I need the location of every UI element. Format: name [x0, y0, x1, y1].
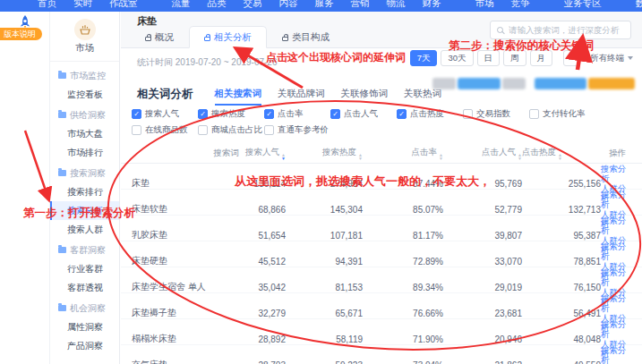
section-tab[interactable]: 相关搜索词 — [215, 88, 262, 106]
navbar-item[interactable]: 内容 — [279, 0, 298, 10]
keyword-cell: 榻榻米床垫 — [132, 333, 239, 345]
metric-checkbox[interactable]: 商城点击占比 — [198, 124, 264, 136]
sidebar-item[interactable]: 市场大盘 — [50, 124, 119, 143]
navbar-item[interactable]: 营销 — [351, 0, 370, 10]
sidebar-item[interactable]: 搜索洞察 — [50, 164, 119, 182]
sidebar-item[interactable]: 机会洞察 — [50, 299, 119, 317]
keyword-cell: 床垫硬垫 — [132, 255, 239, 267]
sidebar-item[interactable]: 客群洞察 — [50, 241, 119, 259]
search-heat-cell: 81,153 — [286, 283, 363, 292]
search-analysis-link[interactable]: 搜索分析 — [601, 164, 633, 183]
search-popularity-cell: 28,703 — [239, 360, 286, 364]
metric-checkbox[interactable]: 支付转化率 — [529, 108, 595, 120]
lock-icon — [282, 37, 288, 41]
range-button[interactable]: 日 — [477, 50, 501, 66]
navbar-item-label: 实时 — [73, 0, 92, 8]
sidebar-item-label: 市场监控 — [70, 71, 106, 80]
search-popularity-cell: 32,279 — [239, 309, 286, 318]
click-popularity-cell: 33,070 — [443, 257, 522, 267]
navbar-item[interactable]: 作战室 — [109, 0, 138, 10]
metric-checkbox[interactable]: 点击率 — [264, 108, 330, 120]
range-button[interactable]: 30天 — [441, 50, 473, 66]
checkbox-icon — [264, 109, 274, 119]
page-tab[interactable]: 类目构成 — [267, 26, 345, 48]
terminal-dropdown[interactable]: 所有终端 — [590, 53, 633, 64]
range-button[interactable]: 7天 — [410, 50, 438, 66]
column-header[interactable]: 操作▲▼ — [601, 148, 635, 159]
column-header[interactable]: 搜索热度▲▼ — [286, 147, 363, 160]
range-button[interactable]: 月 — [530, 50, 553, 66]
metric-checkbox[interactable]: 搜索人气 — [132, 108, 198, 120]
navbar-items: 首页 实时 作战室 流量 品类 交易 内容 服务 营销 物流 财务 — [0, 0, 642, 12]
navbar-item[interactable]: 物流 — [387, 0, 406, 10]
search-analysis-link[interactable]: 搜索分析 — [601, 190, 633, 209]
navbar-item[interactable]: 实时 — [73, 0, 92, 10]
search-input[interactable] — [509, 25, 627, 35]
column-label: 点击率 — [412, 147, 438, 157]
metric-checkbox[interactable]: 点击人气 — [330, 108, 397, 120]
sidebar-item[interactable]: 客群透视 — [50, 278, 119, 297]
search-box[interactable] — [490, 21, 631, 39]
column-label: 点击人气 — [482, 147, 516, 157]
blurred-group-left — [432, 78, 526, 89]
click-heat-cell: 49,550 — [522, 360, 601, 364]
section-tab[interactable]: 关联热词 — [404, 88, 441, 106]
search-analysis-link[interactable]: 搜索分析 — [601, 241, 633, 261]
blurred-toolbar — [432, 78, 635, 89]
metric-checkbox[interactable]: 直通车参考价 — [264, 124, 330, 136]
column-header[interactable]: 点击率▲▼ — [363, 147, 443, 160]
sidebar-item[interactable]: 搜索排行 — [50, 182, 119, 201]
sidebar-item[interactable]: 搜索人群 — [50, 220, 119, 239]
search-analysis-link[interactable]: 搜索分析 — [601, 319, 633, 339]
page-tab[interactable]: 相关分析 — [189, 26, 267, 48]
sidebar: 市场 市场监控 监控看板 供给洞察 市场大盘 — [50, 12, 120, 364]
navbar-item[interactable]: 交易 — [244, 0, 262, 10]
metric-checkbox[interactable]: 搜索热度 — [198, 108, 264, 120]
column-header[interactable]: 搜索人气▲▼ — [239, 147, 286, 160]
navbar-item[interactable]: 品类 — [208, 0, 227, 10]
search-analysis-link[interactable]: 搜索分析 — [601, 267, 633, 287]
metric-label: 商城点击占比 — [211, 124, 262, 136]
section-tab[interactable]: 关联品牌词 — [278, 88, 325, 106]
navbar-item[interactable]: 竞争 — [511, 0, 530, 10]
column-header[interactable]: 搜索词▲▼ — [132, 148, 239, 159]
sidebar-item[interactable]: 市场监控 — [50, 66, 119, 85]
column-header[interactable]: 点击人气▲▼ — [443, 147, 522, 160]
search-analysis-link[interactable]: 搜索分析 — [601, 293, 633, 313]
table-row: 床垫学生宿舍 单人 35,042 81,153 89.34% 29,019 76… — [121, 267, 642, 293]
metric-checkbox[interactable]: 点击热度 — [397, 108, 463, 120]
search-analysis-link[interactable]: 搜索分析 — [601, 216, 633, 235]
navbar-item[interactable]: 首页 — [38, 0, 56, 10]
navbar-item[interactable]: 业务专区 — [564, 0, 602, 10]
navbar-item[interactable]: 市场 — [475, 0, 494, 10]
range-button[interactable]: 周 — [503, 50, 526, 66]
navbar-item[interactable]: 流量 — [172, 0, 191, 10]
sidebar-item[interactable]: 市场排行 — [50, 143, 119, 162]
page-tab[interactable]: 概况 — [130, 26, 189, 48]
next-page-button[interactable]: > — [563, 50, 579, 66]
sidebar-item[interactable]: 属性洞察 — [50, 317, 119, 336]
column-header[interactable]: 点击热度▲▼ — [522, 147, 601, 160]
sidebar-item[interactable]: 监控看板 — [50, 85, 119, 104]
sidebar-item[interactable]: 供给洞察 — [50, 106, 119, 124]
lock-icon — [204, 37, 210, 41]
search-analysis-link[interactable]: 搜索分析 — [601, 345, 633, 364]
version-badge[interactable]: 版本说明 — [0, 28, 42, 40]
sidebar-item[interactable]: 产品洞察 — [50, 336, 119, 355]
table-body: 床垫 130,114 274,954 87.44% 95,769 255,156… — [121, 164, 642, 364]
metric-checkbox[interactable]: 在线商品数 — [132, 124, 198, 136]
sidebar-item[interactable]: 行业客群 — [50, 259, 119, 278]
navbar-item[interactable]: 数据 — [636, 0, 642, 10]
folder-icon — [58, 247, 66, 253]
search-heat-cell: 94,391 — [286, 257, 363, 267]
click-popularity-cell: 23,681 — [443, 309, 522, 318]
sidebar-item[interactable]: 搜索分析 — [50, 201, 119, 220]
navbar-item-label: 服务 — [315, 0, 334, 8]
metric-checkbox[interactable]: 交易指数 — [463, 108, 529, 120]
metric-filters: 搜索人气 搜索热度 点击率 点击人气 点击热度 — [132, 108, 642, 140]
navbar-item[interactable]: 财务 — [423, 0, 441, 10]
navbar-item[interactable]: 服务 — [315, 0, 334, 10]
section-tab[interactable]: 关联修饰词 — [341, 88, 389, 106]
market-module-icon[interactable] — [74, 19, 96, 40]
sort-icon[interactable]: ▲▼ — [558, 153, 562, 160]
